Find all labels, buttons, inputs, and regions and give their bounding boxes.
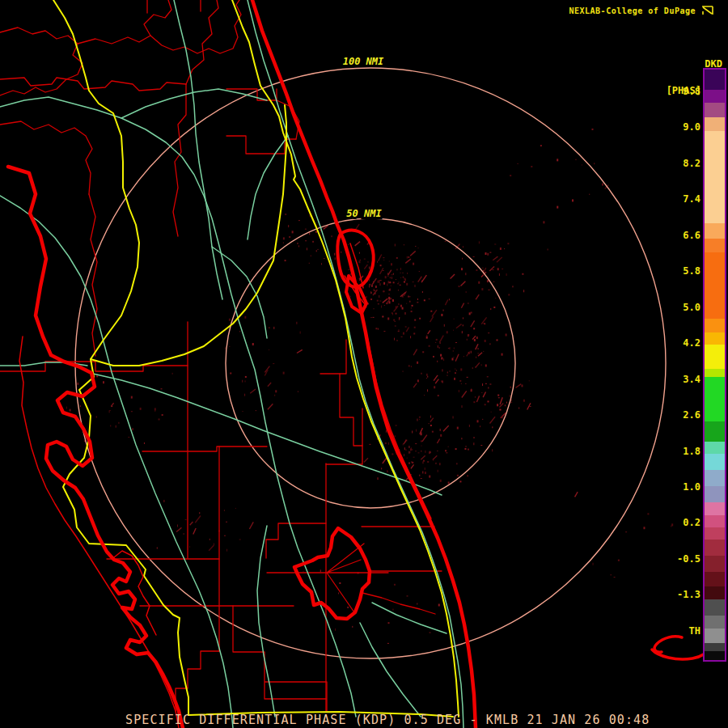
colorbar-segment: [705, 369, 725, 377]
range-ring-label: 100 NMI: [343, 56, 384, 67]
colorbar-segment: [705, 540, 725, 556]
colorbar-segment: [705, 117, 725, 131]
colorbar-tick-label: -0.5: [677, 553, 700, 565]
map-layer-coastline-inner-detail: [19, 243, 431, 728]
radar-display: 50 NMI100 NMI NEXLAB-College of DuPage D…: [0, 0, 728, 728]
colorbar-segment: [705, 599, 725, 616]
colorbar-segment: [705, 421, 725, 442]
colorbar-segment: [705, 572, 725, 586]
colorbar-tick-label: 2.6: [683, 409, 700, 421]
colorbar-tick-label: 1.0: [683, 481, 700, 493]
colorbar-segment: [705, 515, 725, 527]
colorbar-tick-label: 6.6: [683, 230, 700, 241]
colorbar-segment: [705, 486, 725, 502]
colorbar-segment: [705, 131, 725, 223]
colorbar-tick-label: TH: [689, 625, 700, 637]
map-layer-coastline-west: [8, 167, 183, 728]
colorbar-tick-label: 3.4: [683, 374, 700, 385]
colorbar-tick-label: 9.0: [683, 121, 700, 133]
colorbar-segment: [705, 319, 725, 332]
colorbar-segment: [705, 103, 725, 117]
colorbar-segment: [705, 223, 725, 239]
colorbar-tick-label: 5.8: [683, 265, 700, 277]
range-ring-label: 50 NMI: [346, 208, 382, 219]
site-attribution: NEXLAB-College of DuPage: [569, 5, 716, 16]
colorbar-segment: [705, 470, 725, 486]
colorbar-segment: [705, 616, 725, 629]
colorbar-segment: [705, 586, 725, 599]
colorbar-segment: [705, 454, 725, 470]
colorbar-tick-label: 7.4: [683, 193, 700, 205]
colorbar-segment: [705, 502, 725, 515]
attribution-text: NEXLAB-College of DuPage: [569, 6, 696, 15]
colorbar: [703, 68, 726, 662]
colorbar-tick-label: 8.2: [683, 158, 700, 169]
colorbar-segment: [705, 239, 725, 252]
cod-flag-icon: [700, 5, 715, 16]
colorbar-segment: [705, 252, 725, 319]
colorbar-segment: [705, 345, 725, 369]
colorbar-tick-label: 5.0: [683, 302, 700, 313]
colorbar-segment: [705, 527, 725, 540]
colorbar-segment: [705, 377, 725, 421]
colorbar-segment: [705, 629, 725, 643]
colorbar-tick-label: 1.8: [683, 446, 700, 457]
colorbar-tick-label: 4.2: [683, 337, 700, 349]
colorbar-segment: [705, 643, 725, 651]
colorbar-segment: [705, 651, 725, 660]
colorbar-segment: [705, 332, 725, 345]
map-layer-roads-primary: [53, 0, 459, 717]
colorbar-tick-label: 9.8: [683, 86, 700, 97]
colorbar-tick-label: -1.3: [677, 589, 700, 600]
colorbar-segment: [705, 556, 725, 572]
colorbar-segment: [705, 442, 725, 454]
radar-map-canvas: 50 NMI100 NMI: [0, 0, 728, 728]
colorbar-tick-label: 0.2: [683, 517, 700, 528]
product-caption: SPECIFIC DIFFERENTIAL PHASE (KDP) 0.5 DE…: [125, 713, 650, 727]
colorbar-segment: [705, 70, 725, 90]
colorbar-segment: [705, 90, 725, 103]
